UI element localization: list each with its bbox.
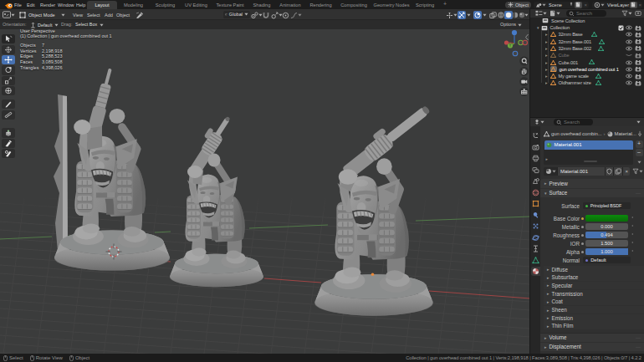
- svg-text:Y: Y: [509, 43, 511, 48]
